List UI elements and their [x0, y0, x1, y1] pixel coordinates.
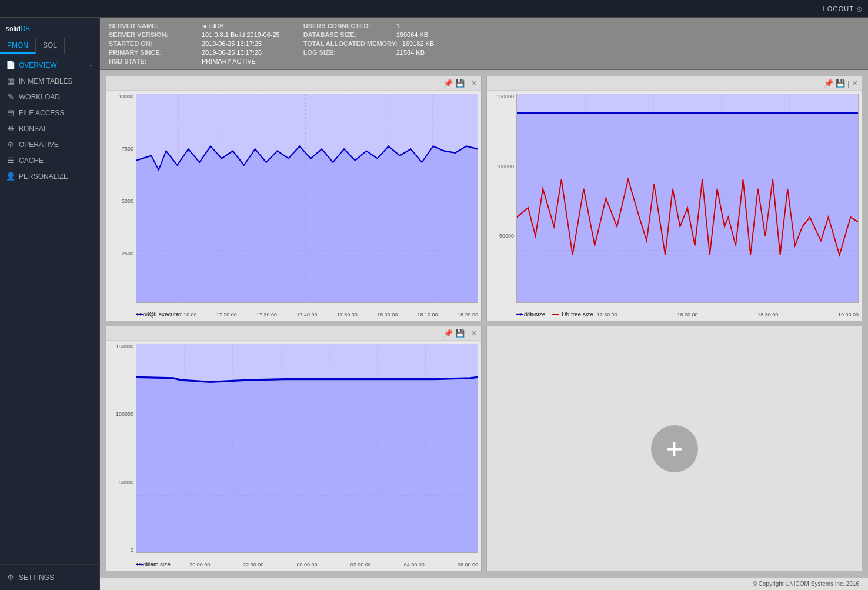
- in-mem-tables-icon: ▦: [6, 76, 15, 85]
- sidebar-item-settings[interactable]: ⚙ SETTINGS: [0, 569, 99, 585]
- settings-icon: ⚙: [6, 573, 15, 582]
- log-size-row: LOG SIZE: 21584 KB: [303, 49, 435, 56]
- nav-menu: 📄 OVERVIEW → ▦ IN MEM TABLES ✎ WORKLOAD …: [0, 54, 99, 564]
- logo-area: solidDB: [0, 18, 99, 38]
- logo: solidDB: [6, 25, 94, 33]
- database-size-value: 160064 KB: [396, 31, 428, 38]
- chart2-legend-color-2: [552, 314, 559, 315]
- server-name-value: solidDB: [202, 22, 224, 29]
- chart3-legend-item-1: Mem size: [136, 561, 171, 568]
- hsb-state-value: PRIMARY ACTIVE: [202, 58, 256, 65]
- logout-button[interactable]: LOGOUT ⎋: [823, 4, 862, 14]
- footer: © Copyright UNICOM Systems Inc. 2016: [100, 577, 868, 590]
- chart1-pin-icon[interactable]: 📌: [443, 79, 453, 88]
- copyright-text: © Copyright UNICOM Systems Inc. 2016: [753, 581, 859, 587]
- cache-icon: ☰: [6, 156, 15, 165]
- chart3-save-icon[interactable]: 💾: [455, 329, 465, 338]
- sidebar-item-operative[interactable]: ⚙ OPERATIVE: [0, 136, 99, 152]
- chart3-y-axis: 150000 100000 50000 0: [106, 344, 136, 553]
- sidebar-item-file-access[interactable]: ▤ FILE ACCESS: [0, 105, 99, 121]
- chart1-canvas: [136, 94, 478, 303]
- chart-body-2: 150000 100000 50000: [487, 91, 862, 321]
- overview-icon: 📄: [6, 61, 15, 69]
- chart1-legend-item-1: SQL execute: [136, 311, 179, 318]
- tab-pmon[interactable]: PMON: [0, 38, 36, 54]
- operative-icon: ⚙: [6, 140, 15, 149]
- sidebar: solidDB PMON SQL 📄 OVERVIEW → ▦ IN MEM T…: [0, 18, 100, 590]
- sidebar-item-workload[interactable]: ✎ WORKLOAD: [0, 89, 99, 105]
- chart2-legend-item-2: Db free size: [552, 311, 593, 318]
- chart3-legend-label-1: Mem size: [145, 561, 171, 568]
- charts-area: 📌 💾 | ✕ 10000 7500 5000 2500: [100, 70, 868, 577]
- database-size-row: DATABASE SIZE: 160064 KB: [303, 31, 435, 38]
- chart2-legend-label-2: Db free size: [562, 311, 593, 318]
- log-size-value: 21584 KB: [396, 49, 425, 56]
- chart1-y-axis: 10000 7500 5000 2500: [106, 94, 136, 303]
- chart2-y-axis: 150000 100000 50000: [487, 94, 516, 303]
- sidebar-item-personalize[interactable]: 👤 PERSONALIZE: [0, 168, 99, 184]
- chart3-legend: Mem size: [136, 561, 171, 568]
- hsb-state-label: HSB STATE:: [109, 58, 197, 65]
- chart3-x-axis: 18:00:00 20:00:00 22:00:00 00:00:00 02:0…: [136, 562, 478, 568]
- chart-body-1: 10000 7500 5000 2500: [106, 91, 481, 321]
- database-size-label: DATABASE SIZE:: [303, 31, 392, 38]
- chart1-legend: SQL execute: [136, 311, 179, 318]
- log-size-label: LOG SIZE:: [303, 49, 392, 56]
- top-bar: LOGOUT ⎋: [0, 0, 868, 18]
- primary-since-value: 2019-06-25 13:17:26: [202, 49, 262, 56]
- sidebar-item-bonsai[interactable]: ❋ BONSAI: [0, 121, 99, 136]
- sidebar-item-in-mem-tables[interactable]: ▦ IN MEM TABLES: [0, 73, 99, 89]
- chart2-pin-icon[interactable]: 📌: [824, 79, 833, 88]
- server-info-right: USERS CONNECTED: 1 DATABASE SIZE: 160064…: [303, 22, 435, 65]
- users-connected-row: USERS CONNECTED: 1: [303, 22, 435, 29]
- sidebar-item-label-operative: OPERATIVE: [19, 141, 59, 149]
- started-on-label: STARTED ON:: [109, 40, 197, 47]
- total-mem-row: TOTAL ALLOCATED MEMORY: 169182 KB: [303, 40, 435, 47]
- server-version-label: SERVER VERSION:: [109, 31, 197, 38]
- chart-panel-2: 📌 💾 | ✕ 150000 100000 50000: [486, 76, 862, 321]
- add-chart-panel: +: [486, 326, 862, 571]
- sidebar-item-label-file-access: FILE ACCESS: [19, 109, 64, 117]
- overview-arrow: →: [88, 62, 94, 68]
- add-chart-button[interactable]: +: [651, 425, 698, 472]
- total-mem-label: TOTAL ALLOCATED MEMORY:: [303, 40, 398, 47]
- chart2-canvas: [516, 94, 859, 303]
- chart-body-3: 150000 100000 50000 0: [106, 341, 481, 571]
- chart1-legend-color-1: [136, 314, 143, 315]
- chart1-x-axis: 17:00:00 17:10:00 17:20:00 17:30:00 17:4…: [136, 312, 478, 318]
- hsb-state-row: HSB STATE: PRIMARY ACTIVE: [109, 58, 280, 65]
- tab-bar: PMON SQL: [0, 38, 99, 54]
- chart1-save-icon[interactable]: 💾: [455, 79, 465, 88]
- chart-toolbar-2: 📌 💾 | ✕: [487, 76, 862, 91]
- chart-toolbar-1: 📌 💾 | ✕: [106, 76, 481, 91]
- chart1-close-icon[interactable]: ✕: [471, 79, 478, 88]
- total-mem-value: 169182 KB: [402, 40, 434, 47]
- primary-since-row: PRIMARY SINCE: 2019-06-25 13:17:26: [109, 49, 280, 56]
- tab-sql[interactable]: SQL: [36, 38, 65, 54]
- chart2-save-icon[interactable]: 💾: [836, 79, 845, 88]
- users-connected-value: 1: [396, 22, 400, 29]
- sidebar-item-overview[interactable]: 📄 OVERVIEW →: [0, 57, 99, 73]
- chart2-legend-color-1: [516, 314, 523, 315]
- bonsai-icon: ❋: [6, 124, 15, 133]
- svg-marker-28: [136, 377, 478, 552]
- file-access-icon: ▤: [6, 108, 15, 117]
- chart2-close-icon[interactable]: ✕: [852, 79, 858, 88]
- sidebar-item-label-workload: WORKLOAD: [19, 93, 60, 101]
- chart3-pin-icon[interactable]: 📌: [443, 329, 453, 338]
- chart3-canvas: [136, 344, 478, 553]
- chart-panel-3: 📌 💾 | ✕ 150000 100000 50000 0: [106, 326, 482, 571]
- sidebar-item-label-cache: CACHE: [19, 156, 44, 165]
- sidebar-item-cache[interactable]: ☰ CACHE: [0, 152, 99, 168]
- chart-panel-1: 📌 💾 | ✕ 10000 7500 5000 2500: [106, 76, 482, 321]
- users-connected-label: USERS CONNECTED:: [303, 22, 392, 29]
- chart3-legend-color-1: [136, 564, 143, 565]
- sidebar-item-label-personalize: PERSONALIZE: [19, 172, 68, 181]
- chart3-close-icon[interactable]: ✕: [471, 329, 478, 338]
- main-content: SERVER NAME: solidDB SERVER VERSION: 101…: [100, 18, 868, 590]
- server-info-bar: SERVER NAME: solidDB SERVER VERSION: 101…: [100, 18, 868, 70]
- server-version-value: 101.0.8.1 Build 2019-06-25: [202, 31, 280, 38]
- app-layout: solidDB PMON SQL 📄 OVERVIEW → ▦ IN MEM T…: [0, 18, 868, 590]
- sidebar-item-label-bonsai: BONSAI: [19, 125, 45, 133]
- workload-icon: ✎: [6, 92, 15, 101]
